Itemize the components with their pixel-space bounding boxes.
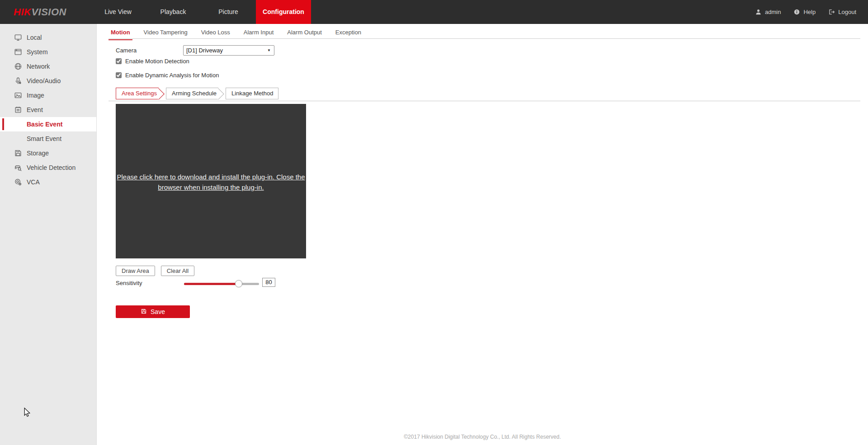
sidebar-item-basic-event[interactable]: Basic Event xyxy=(0,117,96,131)
sidebar-item-label: Vehicle Detection xyxy=(27,164,75,171)
sidebar-item-smart-event[interactable]: Smart Event xyxy=(0,131,96,146)
microphone-icon xyxy=(14,76,23,85)
enable-dynamic-analysis-checkbox[interactable] xyxy=(116,72,122,78)
draw-area-button[interactable]: Draw Area xyxy=(116,266,155,276)
logout-button[interactable]: Logout xyxy=(828,9,856,15)
subtab-divider-line xyxy=(108,101,860,101)
event-icon xyxy=(14,105,23,114)
help-button[interactable]: Help xyxy=(793,9,816,15)
enable-motion-detection-label: Enable Motion Detection xyxy=(125,58,189,65)
sidebar-item-label: Storage xyxy=(27,150,49,157)
logout-icon xyxy=(828,9,835,15)
sidebar-item-video-audio[interactable]: Video/Audio xyxy=(0,74,96,88)
sidebar-item-system[interactable]: System xyxy=(0,45,96,59)
vca-icon xyxy=(14,178,23,187)
sidebar-item-label: Video/Audio xyxy=(27,77,61,84)
nav-live-view[interactable]: Live View xyxy=(90,0,146,24)
sidebar-item-vehicle-detection[interactable]: Vehicle Detection xyxy=(0,160,96,175)
sidebar-item-label: System xyxy=(27,48,48,56)
video-preview-area: Please click here to download and instal… xyxy=(116,104,306,258)
enable-motion-detection-row: Enable Motion Detection xyxy=(116,58,189,65)
sidebar-item-label: Local xyxy=(27,34,42,41)
sidebar-item-label: Network xyxy=(27,63,50,70)
storage-icon xyxy=(14,149,23,158)
enable-motion-detection-checkbox[interactable] xyxy=(116,58,122,64)
sidebar-item-storage[interactable]: Storage xyxy=(0,146,96,160)
nav-playback[interactable]: Playback xyxy=(146,0,201,24)
sidebar-item-event[interactable]: Event xyxy=(0,103,96,117)
help-label: Help xyxy=(803,9,816,15)
area-buttons-row: Draw Area Clear All xyxy=(116,266,194,276)
subtab-arming-schedule[interactable]: Arming Schedule xyxy=(166,88,218,99)
user-name: admin xyxy=(765,9,781,15)
plugin-download-link[interactable]: Please click here to download and instal… xyxy=(116,172,306,192)
clear-all-button[interactable]: Clear All xyxy=(161,266,194,276)
info-icon xyxy=(793,9,800,15)
save-icon xyxy=(141,308,147,316)
user-icon xyxy=(755,9,762,15)
sidebar-item-label: Basic Event xyxy=(27,121,62,128)
sidebar-item-vca[interactable]: VCA xyxy=(0,175,96,189)
monitor-icon xyxy=(14,33,23,42)
top-navigation-bar: HIKVISION Live View Playback Picture Con… xyxy=(0,0,868,24)
camera-select[interactable]: [D1] Driveway ▼ xyxy=(183,45,274,56)
save-button-label: Save xyxy=(151,308,165,315)
nav-user-area: admin Help Logout xyxy=(755,0,856,24)
main-content: Motion Video Tampering Video Loss Alarm … xyxy=(97,24,868,445)
sensitivity-value-box[interactable]: 80 xyxy=(262,278,275,287)
sidebar-item-label: Image xyxy=(27,92,44,99)
footer-copyright: ©2017 Hikvision Digital Technology Co., … xyxy=(97,434,868,440)
user-menu[interactable]: admin xyxy=(755,9,781,15)
camera-select-value: [D1] Driveway xyxy=(186,47,223,54)
sidebar-item-label: Event xyxy=(27,106,43,113)
sensitivity-label: Sensitivity xyxy=(116,280,142,286)
nav-picture[interactable]: Picture xyxy=(201,0,256,24)
slider-fill xyxy=(184,283,239,285)
tab-divider-line xyxy=(108,38,860,39)
nav-configuration[interactable]: Configuration xyxy=(256,0,311,24)
logo-part-red: HIK xyxy=(14,6,31,18)
sidebar-item-label: VCA xyxy=(27,178,40,186)
logout-label: Logout xyxy=(838,9,856,15)
logo-part-gray: VISION xyxy=(31,6,66,18)
enable-dynamic-analysis-label: Enable Dynamic Analysis for Motion xyxy=(125,72,219,79)
vehicle-icon xyxy=(14,163,23,172)
sidebar-item-network[interactable]: Network xyxy=(0,59,96,74)
subtab-linkage-method[interactable]: Linkage Method xyxy=(226,88,278,99)
main-nav-items: Live View Playback Picture Configuration xyxy=(90,0,311,24)
image-icon xyxy=(14,91,23,100)
sensitivity-slider[interactable] xyxy=(184,277,259,290)
settings-subtabs: Area Settings Arming Schedule Linkage Me… xyxy=(116,88,286,99)
sidebar-item-local[interactable]: Local xyxy=(0,30,96,45)
hikvision-logo: HIKVISION xyxy=(14,0,66,24)
sidebar-item-image[interactable]: Image xyxy=(0,88,96,103)
sidebar-item-label: Smart Event xyxy=(27,135,61,142)
sidebar-menu: Local System Network Video/Audio Image E… xyxy=(0,30,96,189)
subtab-area-settings[interactable]: Area Settings xyxy=(116,88,159,99)
sidebar: Local System Network Video/Audio Image E… xyxy=(0,24,97,445)
camera-label: Camera xyxy=(116,47,137,54)
globe-icon xyxy=(14,62,23,71)
save-button[interactable]: Save xyxy=(116,305,190,318)
enable-dynamic-analysis-row: Enable Dynamic Analysis for Motion xyxy=(116,72,219,79)
chevron-down-icon: ▼ xyxy=(267,46,271,55)
window-icon xyxy=(14,47,23,56)
slider-thumb[interactable] xyxy=(235,280,242,287)
